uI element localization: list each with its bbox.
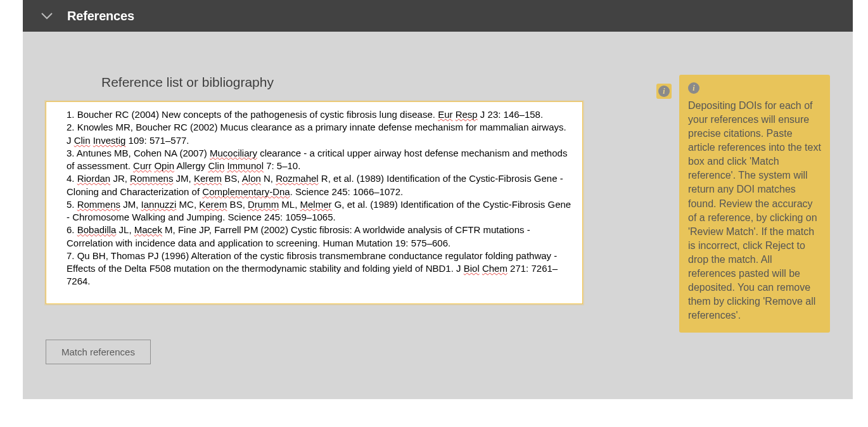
help-text: Depositing DOIs for each of your referen… [688, 99, 821, 322]
match-references-button[interactable]: Match references [46, 340, 151, 364]
section-header[interactable]: References [23, 0, 853, 32]
chevron-down-icon [41, 10, 53, 22]
help-panel: i Depositing DOIs for each of your refer… [679, 75, 830, 333]
info-icon: i [688, 82, 699, 94]
subheading: Reference list or bibliography [101, 75, 659, 90]
references-input[interactable]: 1. Boucher RC (2004) New concepts of the… [46, 101, 583, 304]
section-body: Reference list or bibliography i 1. Bouc… [23, 32, 853, 399]
info-icon[interactable]: i [656, 84, 672, 99]
section-title: References [67, 9, 134, 23]
